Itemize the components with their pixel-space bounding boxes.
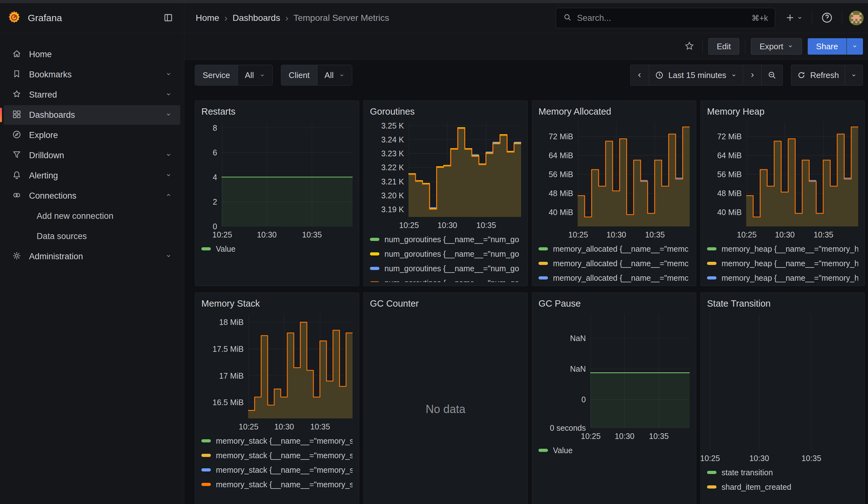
- chevron-down-icon[interactable]: [165, 111, 172, 119]
- legend-label: memory_heap {__name__="memory_h: [722, 274, 858, 282]
- legend-item[interactable]: shard_item_created: [707, 480, 858, 494]
- refresh-button[interactable]: Refresh: [791, 65, 845, 85]
- chart: 3.25 K3.24 K3.23 K3.22 K3.21 K3.20 K3.19…: [370, 122, 521, 217]
- breadcrumb-home[interactable]: Home: [196, 13, 219, 23]
- legend-item[interactable]: memory_stack {__name__="memory_s: [202, 434, 353, 448]
- chevron-down-icon[interactable]: [165, 91, 172, 99]
- legend-color-pill: [370, 281, 379, 282]
- chevron-down-icon[interactable]: [165, 151, 172, 160]
- x-axis: 10:2510:3010:35: [707, 452, 858, 463]
- panel-title[interactable]: Memory Heap: [707, 106, 858, 117]
- legend-item[interactable]: Value: [202, 241, 353, 256]
- x-axis: 10:2510:3010:35: [248, 420, 353, 432]
- y-axis: NaNNaN00 seconds: [538, 314, 590, 428]
- panel-title[interactable]: State Transition: [707, 298, 858, 309]
- panel-restarts: Restarts8642010:2510:3010:35Value: [195, 101, 359, 286]
- x-tick-label: 10:35: [802, 454, 821, 463]
- sidebar-item-bookmarks[interactable]: Bookmarks: [4, 65, 180, 84]
- panel-title[interactable]: Goroutines: [370, 106, 521, 117]
- sidebar-item-dashboards[interactable]: Dashboards: [4, 105, 180, 125]
- chart-svg[interactable]: [578, 122, 690, 226]
- edit-button[interactable]: Edit: [708, 38, 740, 55]
- divider: [702, 40, 703, 53]
- x-tick-label: 10:35: [645, 230, 665, 239]
- chevron-up-icon[interactable]: [165, 192, 172, 200]
- panel-title[interactable]: Memory Stack: [202, 298, 353, 309]
- chevron-down-icon[interactable]: [165, 172, 172, 180]
- sidebar-item-add-new-connection[interactable]: Add new connection: [4, 206, 180, 226]
- legend-item[interactable]: memory_allocated {__name__="memc: [538, 256, 690, 271]
- legend-item[interactable]: memory_heap {__name__="memory_h: [707, 285, 858, 286]
- help-button[interactable]: [819, 10, 835, 27]
- export-button[interactable]: Export: [751, 38, 802, 55]
- chart: NaNNaN00 seconds: [538, 314, 690, 428]
- favorite-button[interactable]: [682, 39, 696, 54]
- legend-item[interactable]: Value: [538, 443, 690, 457]
- y-tick-label: 3.20 K: [381, 191, 404, 200]
- search-input[interactable]: [577, 13, 746, 23]
- export-label: Export: [760, 42, 783, 51]
- sidebar-item-explore[interactable]: Explore: [4, 125, 180, 145]
- panel-title[interactable]: GC Counter: [370, 298, 521, 309]
- legend-label: state transition: [722, 468, 773, 477]
- sidebar-item-connections[interactable]: Connections: [4, 186, 180, 206]
- share-menu-button[interactable]: [847, 38, 863, 55]
- legend-item[interactable]: memory_stack {__name__="memory_s: [202, 463, 353, 477]
- panel-toggle-icon: [163, 13, 173, 24]
- sidebar-item-home[interactable]: Home: [4, 44, 180, 64]
- service-filter-value[interactable]: All: [238, 65, 272, 85]
- share-button[interactable]: Share: [808, 38, 847, 55]
- sidebar: Grafana HomeBookmarksStarredDashboardsEx…: [0, 3, 184, 504]
- chevron-down-icon[interactable]: [165, 70, 172, 79]
- y-tick-label: 40 MiB: [549, 208, 573, 217]
- legend-item[interactable]: num_goroutines {__name__="num_go: [370, 247, 521, 261]
- panel-title[interactable]: Restarts: [202, 106, 353, 117]
- search-shortcut: ⌘+k: [752, 13, 768, 23]
- divider: [842, 11, 842, 25]
- time-back-button[interactable]: [630, 65, 649, 85]
- legend-item[interactable]: memory_allocated {__name__="memc: [538, 285, 690, 286]
- panel-title[interactable]: GC Pause: [538, 298, 690, 309]
- legend-item[interactable]: memory_stack {__name__="memory_s: [202, 448, 353, 463]
- chart-svg[interactable]: [409, 122, 521, 217]
- legend-item[interactable]: memory_allocated {__name__="memc: [538, 241, 690, 256]
- zoom-out-button[interactable]: [761, 65, 783, 85]
- y-tick-label: 56 MiB: [549, 170, 573, 179]
- chevron-down-icon[interactable]: [165, 252, 172, 260]
- legend-item[interactable]: state transition: [707, 465, 858, 480]
- legend-item[interactable]: num_goroutines {__name__="num_go: [370, 276, 521, 282]
- chart-svg[interactable]: [590, 314, 690, 428]
- legend-item[interactable]: memory_heap {__name__="memory_h: [707, 271, 858, 285]
- y-tick-label: 8: [213, 123, 217, 132]
- chart-svg[interactable]: [221, 122, 353, 226]
- chart-svg[interactable]: [746, 122, 858, 226]
- client-filter-value[interactable]: All: [318, 65, 352, 85]
- sidebar-item-administration[interactable]: Administration: [4, 247, 180, 266]
- legend-item[interactable]: memory_stack {__name__="memory_s: [202, 477, 353, 492]
- user-avatar[interactable]: [849, 11, 864, 25]
- legend-item[interactable]: memory_heap {__name__="memory_h: [707, 256, 858, 271]
- sidebar-item-alerting[interactable]: Alerting: [4, 166, 180, 185]
- add-button[interactable]: [783, 11, 805, 25]
- plot-area: [221, 122, 353, 226]
- legend-item[interactable]: memory_allocated {__name__="memc: [538, 271, 690, 285]
- sidebar-item-drilldown[interactable]: Drilldown: [4, 146, 180, 165]
- legend-item[interactable]: num_goroutines {__name__="num_go: [370, 261, 521, 276]
- breadcrumb-dashboards[interactable]: Dashboards: [232, 13, 280, 23]
- search-box[interactable]: ⌘+k: [556, 8, 775, 28]
- legend-item[interactable]: memory_heap {__name__="memory_h: [707, 241, 858, 256]
- legend-item[interactable]: num_goroutines {__name__="num_go: [370, 232, 521, 247]
- y-tick-label: 40 MiB: [717, 208, 742, 217]
- chart-svg[interactable]: [248, 314, 353, 419]
- link-icon: [12, 191, 21, 201]
- question-circle-icon: [821, 12, 833, 25]
- time-range-picker[interactable]: Last 15 minutes: [649, 65, 743, 85]
- sidebar-item-label: Drilldown: [29, 151, 165, 161]
- chart-svg[interactable]: [707, 314, 858, 450]
- panel-title[interactable]: Memory Allocated: [538, 106, 690, 117]
- time-forward-button[interactable]: [743, 65, 761, 85]
- refresh-interval-button[interactable]: [845, 65, 863, 85]
- sidebar-item-starred[interactable]: Starred: [4, 85, 180, 104]
- sidebar-collapse-button[interactable]: [161, 11, 175, 25]
- sidebar-item-data-sources[interactable]: Data sources: [4, 226, 180, 246]
